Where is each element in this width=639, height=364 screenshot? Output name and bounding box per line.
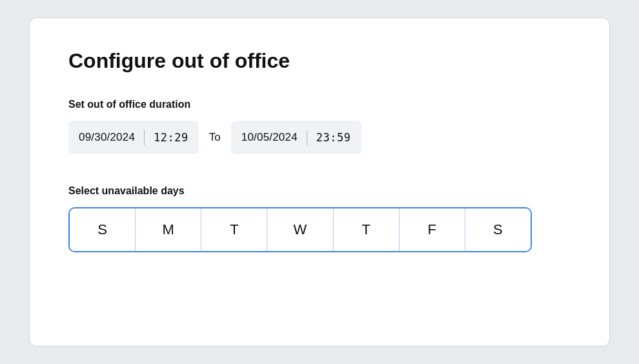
days-section: Select unavailable days SMTWTFS <box>68 185 571 252</box>
to-datetime-box[interactable]: 10/05/2024 23:59 <box>231 121 361 154</box>
from-time-value: 12:29 <box>154 131 188 144</box>
from-divider <box>144 130 145 145</box>
days-row: SMTWTFS <box>68 207 532 252</box>
day-cell-thursday[interactable]: T <box>334 208 400 251</box>
configure-oof-card: Configure out of office Set out of offic… <box>29 17 610 347</box>
day-cell-tuesday[interactable]: T <box>201 208 267 251</box>
from-date-value: 09/30/2024 <box>79 131 135 144</box>
to-time-value: 23:59 <box>316 131 351 144</box>
day-cell-wednesday[interactable]: W <box>267 208 333 251</box>
days-section-label: Select unavailable days <box>68 185 571 197</box>
duration-section-label: Set out of office duration <box>68 99 571 110</box>
to-label: To <box>207 131 223 144</box>
duration-row: 09/30/2024 12:29 To 10/05/2024 23:59 <box>68 121 571 154</box>
to-date-value: 10/05/2024 <box>241 131 298 144</box>
to-divider <box>307 130 307 145</box>
from-datetime-box[interactable]: 09/30/2024 12:29 <box>68 121 199 154</box>
duration-section: Set out of office duration 09/30/2024 12… <box>68 99 571 154</box>
day-cell-friday[interactable]: F <box>400 208 465 251</box>
day-cell-monday[interactable]: M <box>136 208 201 251</box>
page-title: Configure out of office <box>68 49 571 73</box>
day-cell-sunday[interactable]: S <box>70 208 136 251</box>
day-cell-saturday[interactable]: S <box>465 208 531 251</box>
